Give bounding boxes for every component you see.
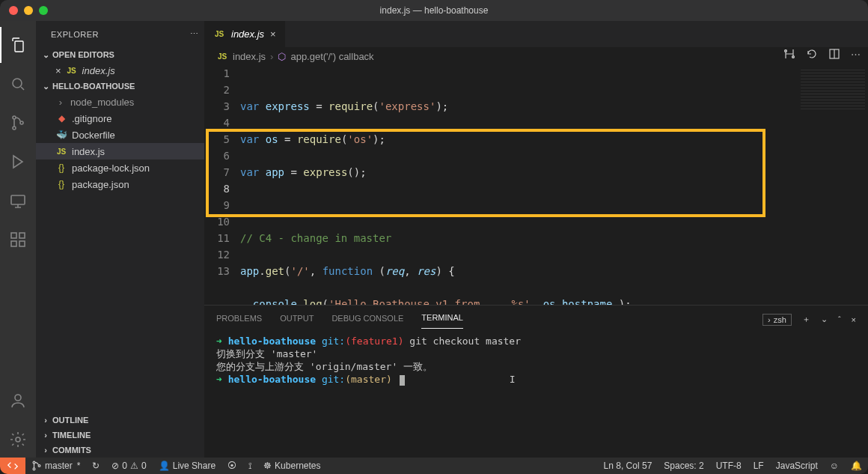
terminal[interactable]: ➜ hello-boathouse git:(feature1) git che… — [204, 329, 868, 458]
js-file-icon: JS — [55, 145, 67, 157]
revert-icon[interactable] — [806, 48, 818, 60]
window-minimize-button[interactable] — [24, 6, 33, 15]
minimap[interactable] — [793, 65, 868, 305]
panel-tab-debugconsole[interactable]: DEBUG CONSOLE — [331, 311, 403, 329]
close-editor-icon[interactable]: × — [55, 65, 61, 76]
activity-run-icon[interactable] — [0, 144, 36, 180]
status-mystery2[interactable]: ⟟ — [242, 461, 257, 471]
status-eol[interactable]: LF — [748, 461, 770, 471]
status-encoding[interactable]: UTF-8 — [710, 461, 748, 471]
activity-explorer-icon[interactable] — [0, 27, 36, 63]
svg-rect-6 — [11, 241, 16, 246]
file-item-packagelock[interactable]: {} package-lock.json — [36, 159, 204, 176]
status-kubernetes[interactable]: ☸ Kubernetes — [257, 461, 326, 471]
compare-changes-icon[interactable] — [783, 48, 795, 60]
svg-point-0 — [13, 79, 22, 88]
status-language[interactable]: JavaScript — [770, 461, 824, 471]
status-feedback-icon[interactable]: ☺ — [824, 461, 845, 471]
activity-remote-icon[interactable] — [0, 183, 36, 219]
svg-point-1 — [13, 116, 16, 119]
status-bar: master* ↻ ⊘0 ⚠0 👤 Live Share ⦿ ⟟ ☸ Kuber… — [0, 458, 868, 474]
minimap-content — [801, 70, 865, 112]
chevron-right-icon: › — [55, 97, 66, 107]
status-sync[interactable]: ↻ — [86, 461, 106, 471]
activity-settings-gear-icon[interactable] — [0, 422, 36, 458]
tab-close-icon[interactable]: × — [270, 28, 276, 40]
status-lncol[interactable]: Ln 8, Col 57 — [598, 461, 658, 471]
terminal-shell-selector[interactable]: › zsh — [762, 314, 792, 326]
editor-more-icon[interactable]: ⋯ — [851, 49, 861, 60]
editor-tab[interactable]: JS index.js × — [204, 21, 286, 47]
maximize-panel-icon[interactable]: ˆ — [838, 315, 841, 324]
commits-header[interactable]: › COMMITS — [36, 443, 204, 458]
t: express — [266, 100, 310, 112]
file-label: Dockerfile — [72, 130, 115, 141]
new-terminal-icon[interactable]: ＋ — [802, 314, 810, 325]
status-spaces[interactable]: Spaces: 2 — [658, 461, 709, 471]
file-item-dockerfile[interactable]: 🐳 Dockerfile — [36, 127, 204, 143]
open-editors-header[interactable]: ⌄ OPEN EDITORS — [36, 47, 204, 62]
warning-count: 0 — [141, 461, 147, 471]
activity-search-icon[interactable] — [0, 66, 36, 102]
file-item-packagejson[interactable]: {} package.json — [36, 176, 204, 192]
open-editors-label: OPEN EDITORS — [52, 50, 114, 59]
breadcrumb[interactable]: JS index.js › ⬡ app.get('/') callback — [204, 47, 868, 65]
svg-rect-8 — [19, 233, 25, 238]
editor-body[interactable]: 1234567 8910111213 var express = require… — [204, 65, 868, 305]
t: app — [240, 265, 259, 277]
window-maximize-button[interactable] — [39, 6, 48, 15]
editor-actions: ⋯ — [783, 48, 861, 60]
outline-header[interactable]: › OUTLINE — [36, 413, 204, 428]
activity-extensions-icon[interactable] — [0, 222, 36, 258]
split-editor-icon[interactable] — [828, 48, 840, 60]
file-item-indexjs[interactable]: JS index.js — [36, 143, 204, 159]
t: log — [303, 298, 322, 305]
code-content[interactable]: var express = require('express'); var os… — [240, 65, 793, 305]
t: require — [297, 133, 341, 145]
panel-tab-problems[interactable]: PROBLEMS — [216, 311, 262, 329]
activity-scm-icon[interactable] — [0, 105, 36, 141]
title-bar: index.js — hello-boathouse — [0, 0, 868, 21]
panel-tab-terminal[interactable]: TERMINAL — [421, 310, 463, 329]
git-file-icon: ◆ — [55, 112, 67, 124]
remote-indicator[interactable] — [0, 458, 25, 474]
t: app — [266, 166, 284, 178]
file-label: .gitignore — [72, 113, 111, 124]
error-count: 0 — [122, 461, 127, 471]
sidebar-more-icon[interactable]: ⋯ — [190, 29, 199, 39]
symbol-method-icon: ⬡ — [278, 51, 286, 62]
prompt-arrow: ➜ — [216, 374, 222, 385]
text-cursor-icon: 𝙸 — [510, 374, 516, 385]
terminal-line: 切换到分支 'master' — [216, 347, 856, 360]
t: 'express' — [379, 100, 436, 112]
window-close-button[interactable] — [9, 6, 18, 15]
activity-account-icon[interactable] — [0, 383, 36, 419]
split-terminal-chevron-icon[interactable]: ⌄ — [821, 315, 828, 324]
close-panel-icon[interactable]: × — [852, 315, 856, 324]
t: require — [328, 100, 373, 112]
bottom-panel: PROBLEMS OUTPUT DEBUG CONSOLE TERMINAL ›… — [204, 305, 868, 458]
timeline-header[interactable]: › TIMELINE — [36, 428, 204, 443]
section-label: OUTLINE — [52, 416, 88, 425]
status-mystery1[interactable]: ⦿ — [221, 461, 242, 471]
svg-point-16 — [38, 465, 40, 467]
file-item-folder[interactable]: › node_modules — [36, 94, 204, 110]
status-branch[interactable]: master* — [25, 461, 86, 471]
t: 'Hello Boathouse v1 from ... %s' — [328, 298, 531, 305]
panel-tab-output[interactable]: OUTPUT — [280, 311, 314, 329]
folder-header[interactable]: ⌄ HELLO-BOATHOUSE — [36, 79, 204, 94]
prompt-repo: hello-boathouse — [228, 374, 316, 385]
panel-tabs: PROBLEMS OUTPUT DEBUG CONSOLE TERMINAL ›… — [204, 306, 868, 329]
sidebar-title: EXPLORER — [51, 30, 99, 39]
open-editor-item[interactable]: × JS index.js — [36, 62, 204, 79]
file-item-gitignore[interactable]: ◆ .gitignore — [36, 110, 204, 127]
svg-point-14 — [33, 461, 35, 464]
status-notifications-icon[interactable]: 🔔 — [845, 461, 868, 471]
prompt-arrow: ➜ — [216, 335, 222, 347]
chevron-down-icon: ⌄ — [40, 49, 51, 60]
traffic-lights — [9, 6, 48, 15]
breadcrumb-symbol: app.get('/') callback — [290, 51, 373, 62]
status-liveshare[interactable]: 👤 Live Share — [153, 461, 221, 471]
status-problems[interactable]: ⊘0 ⚠0 — [106, 461, 152, 471]
prompt-repo: hello-boathouse — [228, 335, 316, 347]
